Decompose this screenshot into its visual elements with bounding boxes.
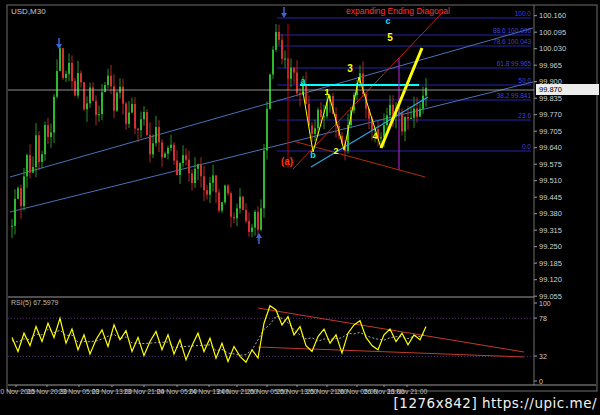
candle-body bbox=[143, 112, 145, 119]
rsi-indicator-label: RSI(5) 67.5979 bbox=[11, 299, 58, 306]
candle-body bbox=[254, 212, 256, 228]
candle-body bbox=[38, 135, 40, 162]
candle-body bbox=[59, 48, 61, 71]
current-price-badge: 99.870 bbox=[536, 84, 599, 95]
fib-level-label: 0.0 bbox=[522, 143, 531, 150]
candle-body bbox=[32, 167, 34, 173]
candle-body bbox=[185, 155, 187, 160]
candle-body bbox=[311, 125, 313, 133]
candle-body bbox=[293, 68, 295, 73]
candle-body bbox=[125, 104, 127, 124]
candle-body bbox=[65, 74, 67, 78]
candle-body bbox=[203, 176, 205, 190]
candle-body bbox=[314, 128, 316, 134]
yellow-projection-line bbox=[381, 48, 422, 148]
candle-body bbox=[197, 164, 199, 168]
candle-body bbox=[47, 125, 49, 137]
candle-body bbox=[416, 109, 418, 117]
candle-body bbox=[230, 193, 232, 216]
candle-body bbox=[101, 92, 103, 114]
candle-body bbox=[194, 169, 196, 183]
candle-body bbox=[152, 143, 154, 154]
up-arrow-icon bbox=[256, 233, 262, 238]
candle-body bbox=[17, 188, 19, 199]
red-rising-trendline bbox=[293, 12, 443, 169]
candle-body bbox=[380, 137, 382, 139]
candle-body bbox=[23, 176, 25, 206]
candle-body bbox=[83, 82, 85, 109]
fib-level-label: 78.6 100.043 bbox=[493, 38, 531, 45]
candle-body bbox=[179, 163, 181, 175]
wave-label: 4 bbox=[372, 131, 377, 141]
trendline bbox=[10, 28, 533, 177]
candle-body bbox=[71, 63, 73, 81]
candle-body bbox=[44, 125, 46, 154]
pane-splitter-handle[interactable] bbox=[8, 295, 534, 300]
candle-body bbox=[161, 142, 163, 157]
candle-body bbox=[26, 155, 28, 176]
candle-body bbox=[407, 117, 409, 119]
rsi-main-line bbox=[12, 306, 426, 363]
candle-body bbox=[422, 96, 424, 109]
candle-body bbox=[413, 109, 415, 118]
candle-body bbox=[11, 226, 13, 227]
candle-body bbox=[158, 127, 160, 142]
candlestick-chart-canvas[interactable]: 100.088.6 100.09678.6 100.04361.8 99.965… bbox=[0, 0, 600, 415]
candle-body bbox=[215, 175, 217, 192]
candle-body bbox=[206, 190, 208, 194]
candle-body bbox=[419, 109, 421, 117]
candle-body bbox=[14, 199, 16, 226]
candle-body bbox=[116, 93, 118, 111]
time-axis-label: 26 Nov 21:00 bbox=[387, 388, 428, 395]
candle-body bbox=[155, 127, 157, 143]
candle-body bbox=[248, 221, 250, 232]
candle-body bbox=[128, 113, 130, 124]
wave-label: 3 bbox=[347, 63, 353, 74]
candle-body bbox=[284, 59, 286, 60]
candle-body bbox=[275, 32, 277, 50]
candle-body bbox=[221, 202, 223, 210]
candle-body bbox=[41, 154, 43, 162]
candle-body bbox=[95, 101, 97, 115]
candle-body bbox=[137, 129, 139, 130]
candle-body bbox=[233, 217, 235, 219]
candle-body bbox=[299, 93, 301, 94]
price-scale-area[interactable] bbox=[534, 6, 598, 385]
candle-body bbox=[146, 112, 148, 135]
candle-body bbox=[98, 114, 100, 115]
candle-body bbox=[218, 192, 220, 210]
wave-label: 5 bbox=[387, 32, 393, 43]
candle-body bbox=[164, 154, 166, 158]
candle-body bbox=[122, 87, 124, 104]
candle-body bbox=[239, 197, 241, 209]
wave-label: 2 bbox=[333, 146, 338, 156]
candle-body bbox=[404, 117, 406, 131]
wave-label: (a) bbox=[281, 156, 293, 167]
fib-level-label: 100.0 bbox=[515, 10, 532, 17]
candle-body bbox=[389, 105, 391, 116]
candle-body bbox=[269, 74, 271, 108]
candle-body bbox=[173, 145, 175, 161]
candle-body bbox=[242, 197, 244, 210]
candle-body bbox=[86, 103, 88, 109]
candle-body bbox=[263, 151, 265, 209]
candle-body bbox=[281, 40, 283, 59]
candle-body bbox=[62, 48, 64, 78]
fib-level-label: 23.6 bbox=[518, 112, 531, 119]
candle-body bbox=[35, 135, 37, 167]
fib-level-label: 38.2 99.841 bbox=[497, 92, 532, 99]
candle-body bbox=[266, 109, 268, 151]
candle-body bbox=[290, 68, 292, 79]
mt4-chart-window: 100.088.6 100.09678.6 100.04361.8 99.965… bbox=[0, 0, 600, 415]
candle-body bbox=[425, 88, 427, 96]
rsi-wedge-line bbox=[258, 347, 524, 357]
candle-body bbox=[224, 186, 226, 203]
candle-body bbox=[167, 148, 169, 154]
wave-label: b bbox=[310, 150, 316, 160]
pattern-annotation-text: expanding Ending Diagonal bbox=[346, 6, 450, 16]
candle-body bbox=[92, 87, 94, 100]
candle-body bbox=[68, 63, 70, 74]
candle-body bbox=[227, 186, 229, 194]
candle-body bbox=[278, 32, 280, 40]
candle-body bbox=[74, 81, 76, 96]
